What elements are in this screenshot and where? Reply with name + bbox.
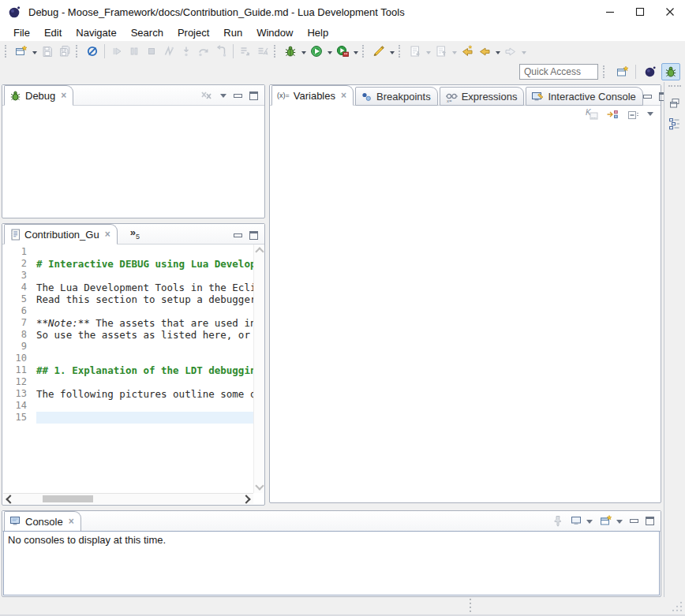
show-type-names-icon[interactable]: K [585, 108, 598, 121]
tab-debug[interactable]: Debug × [4, 85, 73, 106]
editor-line[interactable]: 11 ## 1. Explanation of the LDT debuggin [3, 364, 253, 376]
minimize-view-icon[interactable] [234, 94, 242, 98]
menu-item[interactable]: Search [124, 25, 170, 40]
scroll-down-icon[interactable] [255, 481, 264, 490]
editor-line[interactable]: 8 So use the assets as listed here, or [3, 329, 253, 341]
outline-view-button[interactable] [666, 115, 683, 133]
new-wizard-dropdown[interactable] [30, 43, 39, 60]
window-close-button[interactable] [655, 0, 685, 24]
editor-line[interactable]: 9 [3, 341, 253, 353]
toolbar-drag-handle[interactable] [76, 45, 80, 58]
close-icon[interactable]: × [69, 516, 74, 527]
display-selected-console-icon[interactable] [571, 515, 582, 527]
toolbar-drag-handle[interactable] [274, 45, 278, 58]
run-button[interactable] [308, 43, 325, 60]
quick-access-input[interactable] [519, 64, 598, 80]
step-return-button[interactable] [212, 43, 230, 60]
step-over-button[interactable] [195, 43, 212, 60]
editor-line[interactable]: 2 # Interactive DEBUG using Lua Develop [3, 258, 253, 270]
strip-drag-handle[interactable] [668, 85, 681, 90]
next-annotation-button[interactable] [406, 43, 424, 60]
scrollbar-thumb[interactable] [43, 495, 93, 502]
editor-line[interactable]: 12 [3, 376, 253, 388]
mark-occurrences-dropdown[interactable] [387, 43, 396, 60]
minimize-view-icon[interactable] [234, 233, 242, 237]
last-edit-location-button[interactable] [459, 43, 476, 60]
maximize-view-icon[interactable] [249, 231, 258, 240]
back-button[interactable] [476, 43, 493, 60]
toolbar-drag-handle[interactable] [399, 45, 402, 58]
run-external-tools-button[interactable] [334, 43, 351, 60]
display-console-dropdown-icon[interactable] [586, 520, 593, 527]
close-icon[interactable]: × [61, 90, 66, 101]
minimize-view-icon[interactable] [643, 95, 652, 99]
previous-annotation-button[interactable] [432, 43, 450, 60]
debug-button[interactable] [282, 43, 299, 60]
toolbar-drag-handle[interactable] [5, 45, 9, 58]
resume-button[interactable] [108, 43, 125, 60]
run-dropdown[interactable] [325, 43, 334, 60]
step-into-button[interactable] [178, 43, 195, 60]
menu-item[interactable]: File [6, 25, 37, 40]
tab-interactive-console[interactable]: Interactive Console [526, 87, 642, 106]
editor-line[interactable]: 6 [3, 305, 253, 317]
editor-line[interactable]: 1 [3, 246, 253, 258]
editor-line[interactable]: 7 **Note:** The assets that are used in [3, 317, 253, 329]
view-menu-icon[interactable] [647, 112, 653, 119]
tab-console[interactable]: Console × [4, 511, 81, 532]
suspend-button[interactable] [125, 43, 143, 60]
show-logical-structures-icon[interactable] [606, 108, 619, 121]
mark-occurrences-button[interactable] [370, 43, 387, 60]
terminate-button[interactable] [143, 43, 160, 60]
minimize-view-icon[interactable] [630, 519, 638, 523]
debug-tree-area[interactable] [3, 106, 264, 217]
window-maximize-button[interactable] [625, 0, 655, 24]
forward-dropdown[interactable] [519, 43, 528, 60]
editor-line[interactable]: 10 [3, 353, 253, 364]
editor-line[interactable]: 5 Read this section to setup a debugger [3, 293, 253, 305]
sash-handle[interactable] [469, 597, 472, 613]
back-dropdown[interactable] [493, 43, 502, 60]
tab-breakpoints[interactable]: Breakpoints [355, 87, 438, 106]
open-console-dropdown-icon[interactable] [616, 520, 623, 527]
maximize-view-icon[interactable] [646, 517, 654, 525]
pin-console-icon[interactable] [552, 515, 563, 527]
close-icon[interactable]: × [341, 90, 346, 101]
horizontal-scrollbar[interactable] [3, 493, 253, 504]
restore-views-button[interactable] [666, 95, 683, 112]
disconnect-button[interactable] [160, 43, 178, 60]
new-wizard-button[interactable] [13, 43, 30, 60]
open-perspective-button[interactable] [613, 63, 632, 80]
save-button[interactable] [39, 43, 56, 60]
remove-all-terminated-icon[interactable] [200, 90, 213, 101]
tab-variables[interactable]: (x)= Variables × [271, 85, 354, 106]
hidden-editors-chevron[interactable]: »5 [130, 226, 140, 241]
collapse-all-icon[interactable] [627, 108, 639, 121]
window-minimize-button[interactable] [595, 0, 625, 24]
perspective-bar-handle[interactable] [603, 65, 607, 78]
menu-item[interactable]: Window [249, 25, 300, 40]
menu-item[interactable]: Help [300, 25, 335, 40]
use-step-filters-button[interactable] [254, 43, 271, 60]
tab-expressions[interactable]: x= Expressions [440, 87, 525, 106]
scroll-right-icon[interactable] [241, 495, 250, 503]
menu-item[interactable]: Project [170, 25, 216, 40]
debug-dropdown[interactable] [299, 43, 308, 60]
menu-item[interactable]: Run [216, 25, 249, 40]
save-all-button[interactable] [56, 43, 73, 60]
editor-line[interactable]: 14 [3, 400, 253, 412]
scroll-up-icon[interactable] [255, 247, 264, 256]
close-icon[interactable]: × [105, 229, 110, 240]
scroll-left-icon[interactable] [6, 495, 14, 503]
menu-item[interactable]: Navigate [69, 25, 123, 40]
console-output-area[interactable]: No consoles to display at this time. [3, 531, 660, 595]
open-console-icon[interactable] [600, 515, 612, 527]
editor-line[interactable]: 15 [3, 412, 253, 424]
toolbar-drag-handle[interactable] [362, 45, 366, 58]
editor-line[interactable]: 13 The following pictures outline some o [3, 388, 253, 400]
previous-annotation-dropdown[interactable] [450, 43, 459, 60]
variables-content-area[interactable]: K [271, 106, 660, 502]
vertical-scrollbar[interactable] [253, 245, 264, 493]
drop-to-frame-button[interactable] [237, 43, 254, 60]
menu-item[interactable]: Edit [37, 25, 69, 40]
